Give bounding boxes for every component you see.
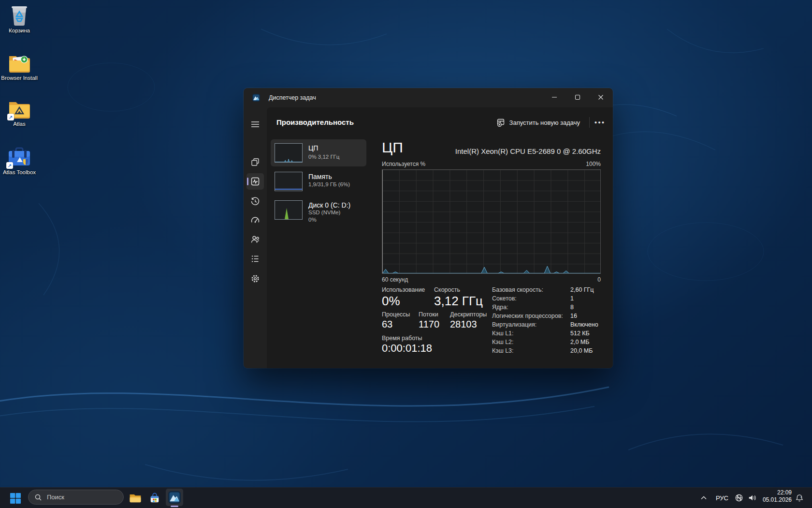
start-button[interactable] xyxy=(7,490,24,507)
stat-handles-label: Дескрипторы xyxy=(450,311,487,318)
detail-label: Кэш L3: xyxy=(492,347,514,354)
stat-processes-label: Процессы xyxy=(382,311,410,318)
processes-icon xyxy=(250,157,260,167)
search-placeholder: Поиск xyxy=(47,493,64,501)
sensor-title: ЦП xyxy=(308,144,318,152)
stat-threads-label: Потоки xyxy=(419,311,438,318)
tray-network-button[interactable] xyxy=(733,491,745,505)
disk-mini-chart xyxy=(275,200,303,220)
menu-icon xyxy=(251,121,260,128)
detail-value: 512 КБ xyxy=(570,330,590,337)
taskbar-store-button[interactable] xyxy=(146,490,163,507)
desktop-icon-label: Atlas xyxy=(0,121,39,127)
detail-value: 2,60 ГГц xyxy=(570,286,594,293)
svg-text:z: z xyxy=(800,495,802,498)
detail-value: 8 xyxy=(570,304,574,311)
memory-mini-chart xyxy=(275,172,303,191)
running-app-indicator xyxy=(171,506,178,507)
nav-rail xyxy=(244,107,267,368)
cpu-heading: ЦП xyxy=(382,139,403,156)
stat-threads-value: 1170 xyxy=(419,319,439,330)
globe-no-internet-icon xyxy=(735,493,743,502)
cpu-mini-chart xyxy=(275,143,303,163)
nav-item-performance[interactable] xyxy=(246,173,264,190)
tray-volume-button[interactable] xyxy=(745,491,759,505)
clock-time: 22:09 xyxy=(763,489,792,496)
desktop-icon-atlas[interactable]: ↗ Atlas xyxy=(0,99,39,127)
run-new-task-button[interactable]: Запустить новую задачу xyxy=(493,116,584,129)
nav-item-app-history[interactable] xyxy=(246,193,264,209)
sensor-item-memory[interactable]: Память 1,9/31,9 ГБ (6%) xyxy=(271,168,366,196)
tray-clock[interactable]: 22:09 05.01.2026 xyxy=(763,489,792,504)
chevron-up-icon xyxy=(700,495,707,500)
shortcut-arrow-icon: ↗ xyxy=(7,114,14,120)
detail-label: Базовая скорость: xyxy=(492,286,543,293)
stat-uptime-value: 0:00:01:18 xyxy=(382,342,432,355)
stat-usage-label: Использование xyxy=(382,286,425,293)
stat-speed-label: Скорость xyxy=(434,286,460,293)
detail-value: 1 xyxy=(570,295,574,302)
tray-language-button[interactable]: РУС xyxy=(712,491,732,505)
detail-value: 20,0 МБ xyxy=(570,347,593,354)
sensor-subtitle-2: 0% xyxy=(308,217,317,223)
detail-value: 16 xyxy=(570,313,577,319)
shortcut-arrow-icon: ↗ xyxy=(6,162,13,169)
app-history-icon xyxy=(250,196,260,206)
desktop-icon-atlas-toolbox[interactable]: ↗ Atlas Toolbox xyxy=(0,147,39,176)
nav-item-services[interactable] xyxy=(246,270,264,287)
maximize-button[interactable] xyxy=(566,88,589,106)
sensor-item-disk[interactable]: Диск 0 (C: D:) SSD (NVMe) 0% xyxy=(271,196,366,232)
title-bar: Диспетчер задач xyxy=(244,88,613,107)
microsoft-store-icon xyxy=(149,493,160,504)
cpu-usage-graph xyxy=(382,169,601,274)
memory-usage-line xyxy=(275,189,302,190)
nav-menu-button[interactable] xyxy=(246,116,264,133)
more-options-button[interactable]: ●●● xyxy=(593,116,607,129)
nav-item-users[interactable] xyxy=(246,231,264,248)
more-options-label: ●●● xyxy=(594,120,605,125)
taskbar-task-manager-button[interactable] xyxy=(166,489,183,506)
nav-item-startup-apps[interactable] xyxy=(246,212,264,228)
task-manager-logo-icon xyxy=(252,94,260,102)
tray-show-hidden-icons-button[interactable] xyxy=(697,491,710,505)
stat-processes-value: 63 xyxy=(382,319,392,330)
performance-icon xyxy=(250,177,260,186)
windows-logo-icon xyxy=(10,493,21,504)
minimize-button[interactable] xyxy=(543,88,566,106)
users-icon xyxy=(250,235,260,244)
taskbar-file-explorer-button[interactable] xyxy=(127,490,144,507)
maximize-icon xyxy=(575,94,580,100)
desktop-icon-browser-install[interactable]: Browser Install xyxy=(0,53,39,81)
page-title: Производительность xyxy=(276,118,354,126)
stat-speed-value: 3,12 ГГц xyxy=(434,294,483,309)
graph-xmin-label: 60 секунд xyxy=(382,276,408,283)
desktop-icon-label: Корзина xyxy=(0,28,39,34)
desktop-icon-recycle-bin[interactable]: Корзина xyxy=(0,4,39,34)
run-new-task-label: Запустить новую задачу xyxy=(509,119,580,126)
sensor-item-cpu[interactable]: ЦП 0% 3,12 ГГц xyxy=(271,139,366,166)
file-explorer-icon xyxy=(129,493,142,504)
desktop: Корзина Browser Install ↗ Atlas xyxy=(0,0,812,508)
tray-notifications-button[interactable]: z xyxy=(793,491,806,505)
search-input[interactable]: Поиск xyxy=(28,490,124,505)
graph-ylabel: Используется % xyxy=(382,161,425,167)
task-manager-icon xyxy=(168,491,181,504)
selected-indicator xyxy=(247,178,248,185)
sensor-subtitle: 0% 3,12 ГГц xyxy=(308,154,339,160)
taskbar: Поиск xyxy=(0,487,812,508)
desktop-icon-label: Browser Install xyxy=(0,75,39,81)
graph-ymax-label: 100% xyxy=(586,161,601,167)
detail-label: Кэш L2: xyxy=(492,339,514,345)
close-icon xyxy=(598,94,604,100)
sensor-subtitle: 1,9/31,9 ГБ (6%) xyxy=(308,181,350,187)
cpu-model-name: Intel(R) Xeon(R) CPU E5-2689 0 @ 2.60GHz xyxy=(455,147,601,155)
services-icon xyxy=(250,274,260,284)
details-icon xyxy=(250,254,260,264)
speaker-icon xyxy=(748,493,756,502)
stat-handles-value: 28103 xyxy=(450,319,477,330)
language-label: РУС xyxy=(716,494,728,502)
nav-item-processes[interactable] xyxy=(246,154,264,170)
nav-item-details[interactable] xyxy=(246,251,264,267)
close-button[interactable] xyxy=(590,88,612,106)
stat-usage-value: 0% xyxy=(382,294,400,309)
